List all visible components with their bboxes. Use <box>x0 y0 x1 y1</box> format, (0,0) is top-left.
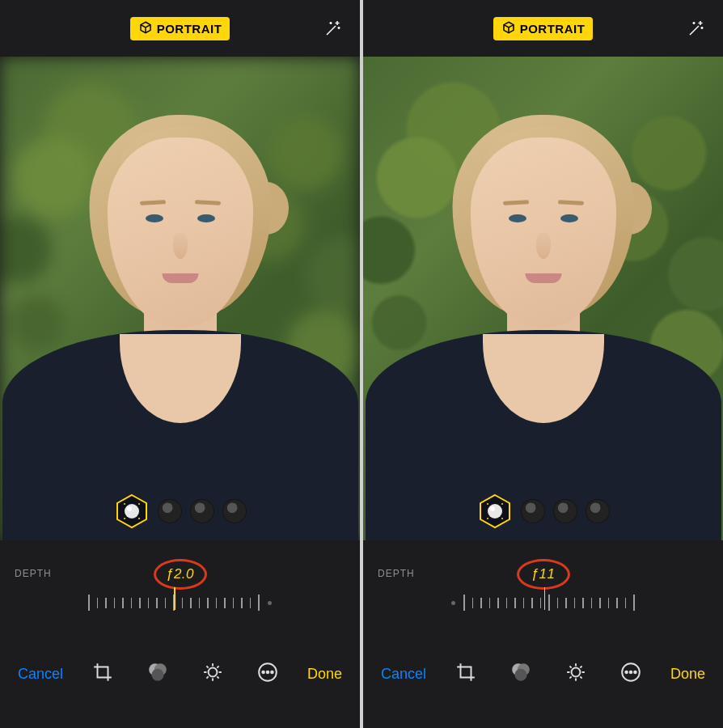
svg-point-24 <box>514 669 526 681</box>
auto-enhance-button[interactable] <box>683 18 708 44</box>
bottom-toolbar: Cancel <box>363 650 723 698</box>
lighting-option-natural-selected[interactable] <box>114 493 150 529</box>
comparison-container: PORTRAIT <box>0 0 723 728</box>
adjust-icon <box>565 662 586 686</box>
svg-point-3 <box>124 503 125 505</box>
svg-point-27 <box>625 671 628 674</box>
slider-end-dot <box>268 601 272 605</box>
done-button[interactable]: Done <box>667 661 708 688</box>
slider-indicator <box>174 587 175 610</box>
svg-point-25 <box>572 668 581 677</box>
more-icon <box>620 662 641 686</box>
cube-icon <box>138 20 153 37</box>
lighting-option-3[interactable] <box>190 499 214 523</box>
filters-icon <box>147 662 168 686</box>
svg-point-6 <box>138 518 140 519</box>
svg-point-28 <box>630 671 632 674</box>
svg-point-29 <box>634 671 636 674</box>
f-stop-value: ƒ11 <box>363 566 723 582</box>
portrait-lighting-selector <box>477 493 610 529</box>
filters-tool-button[interactable] <box>147 663 168 684</box>
top-bar: PORTRAIT <box>0 0 360 57</box>
adjust-icon <box>202 662 223 686</box>
lighting-option-2[interactable] <box>521 499 545 523</box>
svg-point-12 <box>262 671 264 674</box>
slider-start-dot <box>451 601 455 605</box>
more-tool-button[interactable] <box>620 663 641 684</box>
svg-point-9 <box>151 669 163 681</box>
filters-tool-button[interactable] <box>510 663 531 684</box>
phone-left: PORTRAIT <box>0 0 360 728</box>
depth-control-area: DEPTH ƒ2.0 <box>0 540 360 650</box>
lighting-option-4[interactable] <box>222 499 247 523</box>
depth-slider[interactable] <box>363 590 723 615</box>
magic-wand-icon <box>686 19 705 42</box>
more-tool-button[interactable] <box>257 663 278 684</box>
crop-tool-button[interactable] <box>92 663 113 684</box>
depth-slider[interactable] <box>0 590 360 615</box>
magic-wand-icon <box>323 19 342 42</box>
svg-point-1 <box>125 504 139 518</box>
photo-preview[interactable] <box>363 57 723 540</box>
cancel-button[interactable]: Cancel <box>15 661 66 688</box>
portrait-mode-badge[interactable]: PORTRAIT <box>130 17 230 40</box>
lighting-option-natural-selected[interactable] <box>477 493 513 529</box>
adjust-tool-button[interactable] <box>565 663 586 684</box>
svg-point-14 <box>271 671 273 674</box>
svg-point-13 <box>267 671 269 674</box>
svg-point-21 <box>501 518 503 519</box>
top-bar: PORTRAIT <box>363 0 723 57</box>
crop-icon <box>92 662 113 686</box>
slider-indicator <box>544 587 546 610</box>
depth-control-area: DEPTH ƒ11 <box>363 540 723 650</box>
lighting-option-2[interactable] <box>158 499 182 523</box>
svg-point-20 <box>487 518 488 519</box>
cube-icon <box>501 20 516 37</box>
svg-point-19 <box>501 503 503 505</box>
photo-preview[interactable] <box>0 57 360 540</box>
auto-enhance-button[interactable] <box>319 18 345 44</box>
lighting-option-3[interactable] <box>553 499 577 523</box>
portrait-mode-badge[interactable]: PORTRAIT <box>493 17 594 40</box>
more-icon <box>257 662 278 686</box>
svg-point-10 <box>209 668 218 677</box>
portrait-badge-label: PORTRAIT <box>520 22 586 36</box>
portrait-badge-label: PORTRAIT <box>157 22 222 36</box>
svg-point-16 <box>488 504 502 518</box>
portrait-lighting-selector <box>114 493 247 529</box>
phone-right: PORTRAIT <box>363 0 723 728</box>
filters-icon <box>510 662 531 686</box>
svg-point-4 <box>138 503 140 505</box>
adjust-tool-button[interactable] <box>202 663 223 684</box>
crop-tool-button[interactable] <box>455 663 476 684</box>
lighting-option-4[interactable] <box>586 499 610 523</box>
bottom-toolbar: Cancel <box>0 650 360 698</box>
svg-point-2 <box>127 506 132 511</box>
cancel-button[interactable]: Cancel <box>378 661 429 688</box>
svg-point-18 <box>487 503 488 505</box>
svg-point-17 <box>490 506 495 511</box>
crop-icon <box>455 662 476 686</box>
svg-point-5 <box>124 518 125 519</box>
done-button[interactable]: Done <box>304 661 345 688</box>
f-stop-value: ƒ2.0 <box>0 566 360 582</box>
